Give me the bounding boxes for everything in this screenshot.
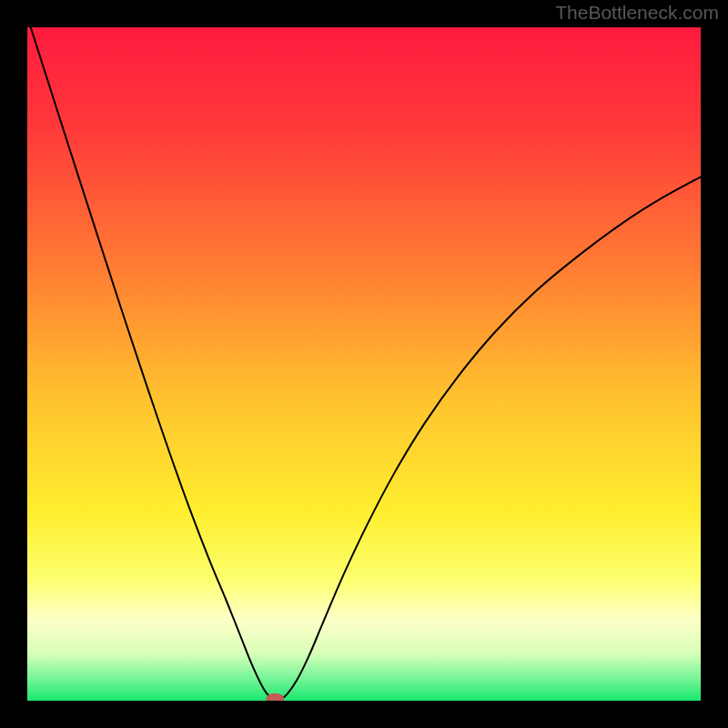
attribution-label: TheBottleneck.com: [555, 2, 719, 24]
chart-svg: [27, 27, 701, 701]
gradient-background: [27, 27, 701, 701]
chart-frame: TheBottleneck.com: [0, 0, 728, 728]
plot-area: [27, 27, 701, 701]
